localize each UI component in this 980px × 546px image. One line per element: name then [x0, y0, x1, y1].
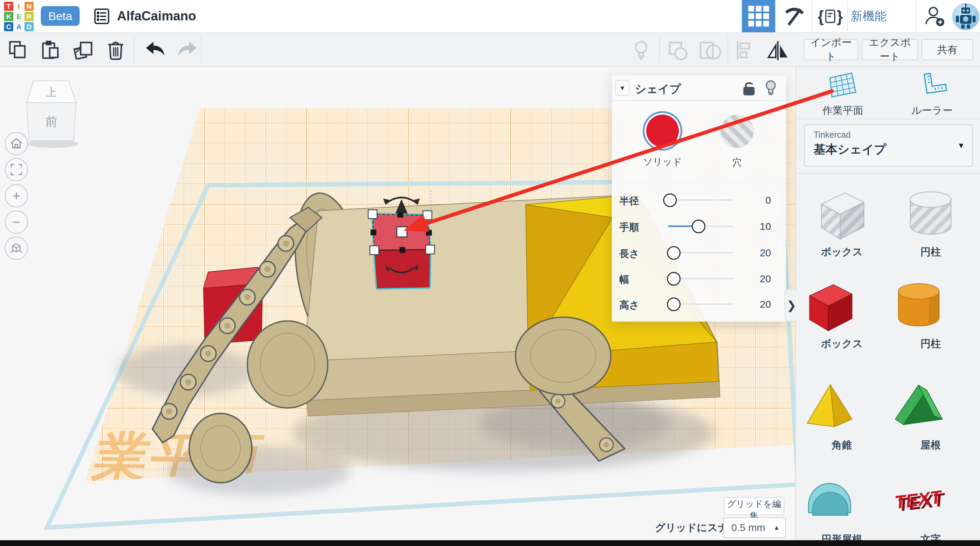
- share-button[interactable]: 共有: [921, 39, 973, 60]
- pickaxe-icon: [783, 5, 805, 27]
- dashboard-grid-button[interactable]: [742, 0, 775, 32]
- slider-height: 高さ 20: [612, 295, 786, 313]
- avatar[interactable]: [952, 3, 979, 30]
- inspector-collapse-button[interactable]: ▾: [615, 80, 630, 96]
- perspective-toggle-button[interactable]: [5, 236, 28, 260]
- chevron-down-icon: ▾: [959, 140, 963, 151]
- new-features-link[interactable]: 新機能: [851, 0, 886, 32]
- duplicate-button[interactable]: [73, 40, 94, 59]
- hole-swatch: [721, 114, 754, 148]
- codeblocks-button[interactable]: { }: [813, 0, 847, 32]
- height-slider[interactable]: [668, 303, 733, 305]
- tinkercad-logo[interactable]: T I N K E R C A D: [4, 2, 35, 31]
- chevron-up-icon: ▲: [773, 524, 780, 532]
- group-button[interactable]: [668, 40, 689, 60]
- shape-box-red[interactable]: ボックス: [801, 277, 883, 351]
- redo-button[interactable]: [177, 40, 198, 58]
- delete-button[interactable]: [106, 40, 125, 60]
- inspector-header: ▾ シェイプ: [612, 76, 786, 101]
- shape-pyramid-yellow[interactable]: 角錐: [801, 378, 883, 452]
- paste-button[interactable]: [41, 40, 60, 59]
- copy-button[interactable]: [8, 40, 27, 59]
- shape-cylinder-transparent[interactable]: 円柱: [890, 185, 972, 259]
- chevron-right-icon: ❯: [787, 298, 797, 312]
- align-button[interactable]: [735, 40, 753, 60]
- hole-option[interactable]: 穴: [715, 114, 759, 169]
- slider-steps: 手順 10: [612, 217, 786, 236]
- invite-user-button[interactable]: [920, 0, 950, 32]
- slider-length: 長さ 20: [612, 244, 786, 262]
- ruler-tool[interactable]: [898, 70, 966, 101]
- snap-grid-select[interactable]: 0.5 mm ▲: [723, 517, 786, 538]
- mirror-button[interactable]: [766, 40, 789, 61]
- slider-width: 幅 20: [612, 270, 786, 288]
- design-title: AlfaCaimano: [117, 9, 196, 24]
- logo-tile: C: [4, 22, 13, 31]
- ruler-icon: [915, 70, 949, 101]
- sidebar-collapse-handle[interactable]: ❯: [785, 289, 798, 322]
- show-all-button[interactable]: [633, 40, 649, 61]
- add-user-icon: [924, 6, 946, 27]
- codeblocks-doc-icon: [825, 10, 835, 23]
- design-menu-icon[interactable]: [94, 8, 110, 24]
- workplane-icon: [826, 70, 860, 101]
- tinkercad-editor: 作業平面: [0, 0, 980, 546]
- edit-toolbar: インポート エクスポート 共有: [0, 33, 980, 67]
- grid-icon: [748, 6, 769, 27]
- length-slider[interactable]: [668, 252, 733, 254]
- shape-library-select[interactable]: Tinkercad 基本シェイプ ▾: [804, 124, 973, 167]
- zoom-out-button[interactable]: −: [5, 210, 28, 233]
- bottom-edge-strip: [0, 540, 980, 546]
- inspector-title: シェイプ: [635, 82, 681, 97]
- logo-tile: R: [24, 12, 34, 21]
- logo-tile: T: [4, 2, 13, 11]
- shape-library-sidebar: 作業平面 ルーラー Tinkercad 基本シェイプ ▾: [795, 33, 980, 546]
- logo-tile: N: [24, 2, 34, 11]
- workplane-tool[interactable]: [809, 70, 877, 101]
- shape-roof-green[interactable]: 屋根: [890, 378, 972, 452]
- import-button[interactable]: インポート: [804, 39, 858, 60]
- ungroup-button[interactable]: [699, 40, 722, 60]
- minecraft-pickaxe-button[interactable]: [777, 0, 811, 32]
- svg-text:上: 上: [46, 86, 57, 98]
- export-button[interactable]: エクスポート: [862, 39, 918, 60]
- edit-grid-button[interactable]: グリッドを編集: [724, 497, 784, 516]
- logo-tile: K: [4, 12, 13, 21]
- logo-tile: D: [24, 22, 34, 31]
- unlock-icon: [742, 81, 756, 96]
- shape-round-roof-cyan[interactable]: 円形屋根: [801, 473, 883, 546]
- logo-tile: I: [14, 2, 24, 11]
- svg-text:前: 前: [45, 114, 57, 129]
- workplane-tool-label: 作業平面: [809, 104, 877, 117]
- center-handle: [397, 227, 407, 237]
- shape-cylinder-orange[interactable]: 円柱: [890, 277, 972, 351]
- steps-slider[interactable]: [668, 225, 733, 227]
- home-view-button[interactable]: [5, 132, 28, 155]
- solid-option[interactable]: ソリッド: [640, 114, 685, 168]
- slider-radius: 半径 0: [612, 191, 786, 210]
- radius-slider[interactable]: [668, 199, 733, 201]
- solid-swatch: [646, 114, 679, 147]
- logo-tile: E: [14, 12, 24, 21]
- beta-button[interactable]: Beta: [41, 6, 80, 26]
- lock-button[interactable]: [742, 81, 756, 96]
- robot-avatar-icon: [953, 3, 979, 30]
- fit-view-button[interactable]: [5, 158, 28, 181]
- shape-inspector-panel: ▾ シェイプ ソリッド 穴 半径 0 手順 10: [612, 76, 786, 322]
- visibility-bulb-button[interactable]: [764, 79, 777, 97]
- width-slider[interactable]: [668, 278, 733, 279]
- lightbulb-icon: [764, 79, 777, 97]
- shape-text-red[interactable]: TEXT TEXT 文字: [890, 473, 972, 546]
- undo-button[interactable]: [145, 40, 166, 58]
- top-bar: T I N K E R C A D Beta AlfaCaimano {: [0, 0, 980, 33]
- car-front-wheel[interactable]: [189, 413, 252, 483]
- ruler-tool-label: ルーラー: [898, 104, 966, 117]
- zoom-in-button[interactable]: +: [5, 184, 28, 207]
- logo-tile: A: [14, 22, 24, 31]
- shape-box-transparent[interactable]: ボックス: [801, 185, 883, 259]
